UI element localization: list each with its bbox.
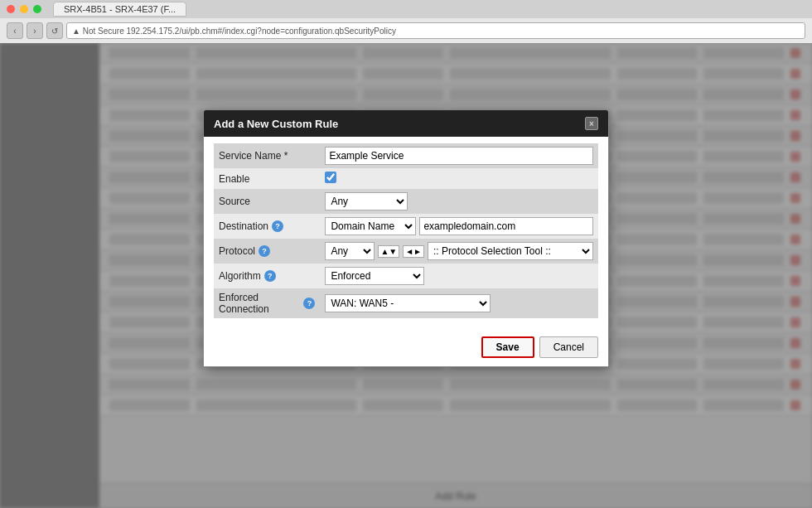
modal-overlay: Add a New Custom Rule × Service Name * (0, 43, 812, 508)
browser-titlebar: SRX-4B51 - SRX-4E37 (F... (0, 0, 812, 18)
algorithm-help-icon[interactable]: ? (264, 270, 276, 282)
enable-value-cell (320, 168, 598, 189)
protocol-tool-select[interactable]: :: Protocol Selection Tool :: (428, 242, 593, 260)
service-name-value-cell (320, 143, 598, 168)
source-row: Source Any (214, 189, 598, 214)
back-button[interactable]: ‹ (7, 22, 23, 39)
protocol-any-select[interactable]: Any (325, 242, 375, 260)
maximize-dot[interactable] (33, 5, 41, 13)
source-label-cell: Source (214, 189, 320, 214)
enforced-connection-label-cell: Enforced Connection ? (214, 288, 320, 318)
protocol-value-cell: Any ▲▼ ◄► :: Protocol Selection Tool :: (320, 239, 598, 264)
save-button[interactable]: Save (481, 336, 534, 358)
source-select[interactable]: Any (325, 192, 408, 210)
protocol-help-icon[interactable]: ? (259, 245, 270, 257)
algorithm-value-cell: Enforced (320, 264, 598, 288)
protocol-row: Protocol ? Any ▲▼ ◄► :: Protocol (214, 239, 598, 264)
dialog-header: Add a New Custom Rule × (204, 110, 608, 137)
dialog-title: Add a New Custom Rule (214, 118, 338, 130)
service-name-input[interactable] (325, 147, 593, 165)
protocol-arrows[interactable]: ◄► (403, 245, 424, 258)
browser-tab[interactable]: SRX-4B51 - SRX-4E37 (F... (53, 2, 186, 17)
algorithm-row: Algorithm ? Enforced (214, 264, 598, 288)
dialog-footer: Save Cancel (204, 328, 608, 366)
destination-label-cell: Destination ? (214, 214, 320, 239)
source-value-cell: Any (320, 189, 598, 214)
dialog-close-button[interactable]: × (585, 117, 598, 130)
enforced-connection-row: Enforced Connection ? WAN: WAN5 - (214, 288, 598, 318)
enforced-connection-help-icon[interactable]: ? (303, 298, 315, 309)
destination-value-cell: Domain Name (320, 214, 598, 239)
browser-toolbar: ‹ › ↺ ▲ Not Secure 192.254.175.2/ui/pb.c… (0, 18, 812, 43)
enforced-connection-controls: WAN: WAN5 - (325, 294, 593, 312)
destination-type-select[interactable]: Domain Name (325, 217, 416, 235)
forward-button[interactable]: › (27, 22, 43, 39)
enable-row: Enable (214, 168, 598, 189)
enforced-connection-select[interactable]: WAN: WAN5 - (325, 294, 491, 312)
dialog-add-custom-rule: Add a New Custom Rule × Service Name * (203, 109, 609, 367)
form-table: Service Name * Enable (214, 143, 598, 318)
service-name-row: Service Name * (214, 143, 598, 168)
destination-help-icon[interactable]: ? (272, 220, 283, 232)
enable-label-cell: Enable (214, 168, 320, 189)
protocol-label-cell: Protocol ? (214, 239, 320, 264)
service-name-label-cell: Service Name * (214, 143, 320, 168)
destination-row: Destination ? Domain Name (214, 214, 598, 239)
refresh-button[interactable]: ↺ (46, 22, 63, 39)
url-bar[interactable]: ▲ Not Secure 192.254.175.2/ui/pb.chm#/in… (66, 22, 805, 39)
enforced-connection-value-cell: WAN: WAN5 - (320, 288, 598, 318)
destination-controls: Domain Name (325, 217, 593, 235)
minimize-dot[interactable] (20, 5, 28, 13)
destination-text-input[interactable] (419, 217, 593, 235)
algorithm-select[interactable]: Enforced (325, 267, 424, 285)
browser-chrome: SRX-4B51 - SRX-4E37 (F... ‹ › ↺ ▲ Not Se… (0, 0, 812, 43)
algorithm-label-cell: Algorithm ? (214, 264, 320, 288)
enable-checkbox[interactable] (325, 172, 336, 183)
dialog-body: Service Name * Enable (204, 137, 608, 328)
protocol-controls: Any ▲▼ ◄► :: Protocol Selection Tool :: (325, 242, 593, 260)
cancel-button[interactable]: Cancel (539, 336, 598, 358)
close-dot[interactable] (7, 5, 15, 13)
protocol-spinners[interactable]: ▲▼ (378, 245, 399, 258)
